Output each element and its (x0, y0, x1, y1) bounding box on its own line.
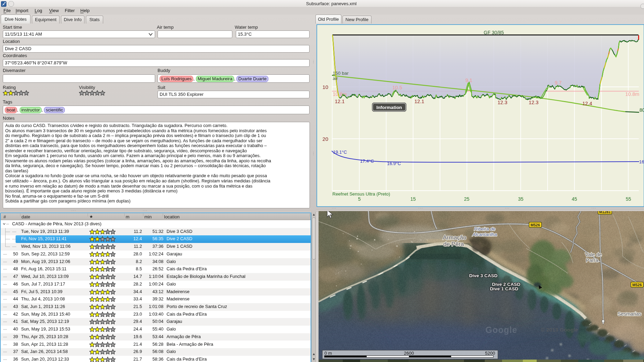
svg-text:20: 20 (322, 136, 328, 142)
svg-text:9.7: 9.7 (555, 80, 562, 85)
svg-text:M1281: M1281 (599, 211, 611, 214)
svg-text:10.5: 10.5 (392, 85, 402, 90)
svg-text:Armação: Armação (443, 234, 466, 241)
svg-text:10.8m: 10.8m (333, 91, 347, 97)
svg-text:12.4: 12.4 (582, 101, 592, 106)
svg-text:45: 45 (572, 196, 577, 202)
svg-text:10.8m: 10.8m (625, 91, 639, 97)
svg-text:© 2013 Google: © 2013 Google (541, 327, 578, 333)
svg-text:80: 80 (639, 107, 644, 113)
svg-text:Dive 3 CASD: Dive 3 CASD (469, 273, 498, 278)
svg-text:15: 15 (410, 196, 416, 202)
svg-text:Sesmarias: Sesmarias (618, 311, 642, 317)
svg-text:16: 16 (639, 159, 644, 164)
svg-text:Alcantarilha: Alcantarilha (472, 232, 497, 237)
svg-text:12.1: 12.1 (335, 99, 345, 104)
svg-text:9.1: 9.1 (465, 78, 472, 83)
svg-text:air: air (333, 76, 338, 81)
svg-text:Dive 1 CASD: Dive 1 CASD (490, 286, 518, 291)
svg-text:5: 5 (358, 196, 361, 202)
svg-text:55: 55 (626, 196, 631, 202)
svg-text:de Pêra: de Pêra (443, 241, 464, 247)
svg-text:12.1: 12.1 (414, 99, 424, 104)
svg-text:150 bar: 150 bar (333, 71, 349, 76)
svg-text:16.9°C: 16.9°C (387, 161, 401, 166)
svg-text:25: 25 (464, 196, 469, 202)
svg-text:2600: 2600 (404, 351, 414, 356)
svg-text:GF 30/85: GF 30/85 (484, 30, 504, 35)
svg-text:5200: 5200 (485, 351, 495, 356)
svg-text:35: 35 (518, 196, 524, 202)
svg-text:Vale de: Vale de (585, 252, 602, 257)
svg-text:Parra: Parra (586, 257, 598, 263)
svg-text:Google: Google (485, 325, 517, 335)
svg-text:M526: M526 (530, 223, 540, 227)
svg-text:19.1°C: 19.1°C (333, 150, 347, 155)
svg-text:17.4°C: 17.4°C (360, 159, 374, 164)
svg-text:Reefnet Sensus Ultra (Preto): Reefnet Sensus Ultra (Preto) (332, 191, 390, 197)
svg-text:0 m: 0 m (324, 351, 332, 356)
svg-text:M526: M526 (632, 283, 642, 287)
svg-text:Information: Information (376, 105, 402, 110)
svg-text:12.3: 12.3 (498, 100, 507, 105)
svg-text:10: 10 (322, 84, 328, 90)
svg-text:12.3: 12.3 (529, 100, 538, 105)
svg-text:Ribeira de: Ribeira de (474, 226, 495, 232)
